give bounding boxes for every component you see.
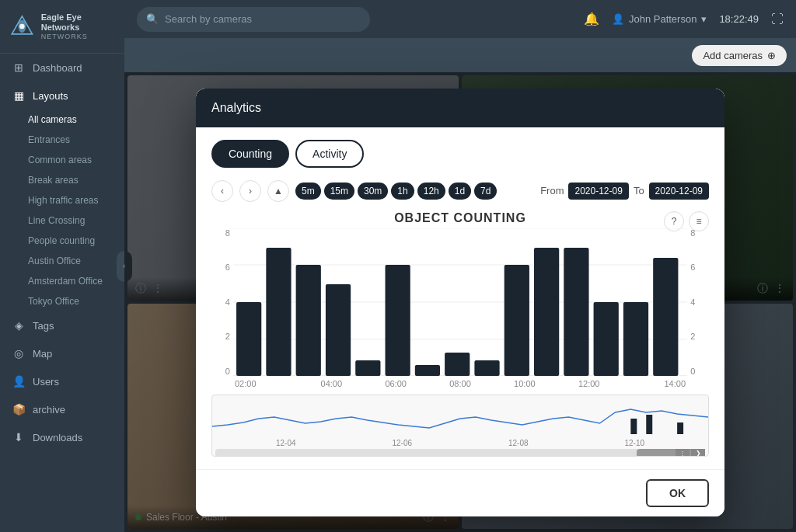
- svg-rect-25: [677, 422, 683, 434]
- timeline-area: 12-04 12-06 12-08 12-10 ⋮ ❯: [211, 395, 709, 457]
- time-filter-5m[interactable]: 5m: [295, 183, 321, 200]
- svg-rect-16: [474, 360, 499, 376]
- timeline-svg: [212, 395, 708, 436]
- sidebar-item-archive[interactable]: 📦 archive: [0, 395, 124, 423]
- search-icon: 🔍: [146, 13, 159, 25]
- timeline-nav-next[interactable]: ❯: [691, 449, 705, 457]
- sidebar-subitem-people-counting[interactable]: People counting: [0, 231, 124, 251]
- modal-title: Analytics: [211, 101, 261, 114]
- time-filter-7d[interactable]: 7d: [474, 183, 497, 200]
- svg-rect-14: [415, 365, 440, 376]
- logo-text-block: Eagle Eye Networks NETWORKS: [41, 12, 115, 40]
- chart-triangle-button[interactable]: ▲: [267, 180, 289, 202]
- user-info[interactable]: 👤 John Patterson ▾: [612, 13, 707, 25]
- sidebar-item-downloads[interactable]: ⬇ Downloads: [0, 423, 124, 451]
- eagle-eye-logo-icon: [9, 12, 35, 40]
- sidebar-item-tags[interactable]: ◈ Tags: [0, 311, 124, 339]
- sidebar-subitem-amsterdam-office[interactable]: Amsterdam Office: [0, 271, 124, 291]
- time-filter-1h[interactable]: 1h: [391, 183, 414, 200]
- date-to-label: To: [634, 185, 644, 196]
- bar-chart: 8 6 4 2 0: [211, 228, 709, 376]
- y-axis-right: 8 6 4 2 0: [687, 228, 709, 376]
- svg-rect-10: [295, 265, 320, 376]
- tab-activity[interactable]: Activity: [295, 140, 364, 168]
- svg-rect-13: [385, 265, 410, 376]
- svg-rect-15: [445, 353, 470, 376]
- modal-overlay: Analytics Counting Activity ‹ › ▲: [124, 72, 796, 532]
- sidebar-subitem-entrances[interactable]: Entrances: [0, 130, 124, 150]
- topbar-right: 🔔 👤 John Patterson ▾ 18:22:49 ⛶: [584, 12, 784, 26]
- top-controls: Add cameras ⊕: [124, 39, 796, 72]
- svg-rect-9: [266, 248, 291, 376]
- sidebar-item-label: Dashboard: [33, 62, 82, 74]
- main-content: 🔍 Search by cameras 🔔 👤 John Patterson ▾…: [124, 0, 796, 532]
- logo-title: Eagle Eye Networks: [41, 12, 115, 33]
- chart-title: OBJECT COUNTING: [394, 211, 526, 225]
- sidebar-item-label: Users: [33, 376, 59, 388]
- svg-rect-17: [504, 265, 529, 376]
- sidebar-subitem-high-traffic[interactable]: High traffic areas: [0, 190, 124, 210]
- sidebar-subitem-tokyo-office[interactable]: Tokyo Office: [0, 291, 124, 311]
- search-bar[interactable]: 🔍 Search by cameras: [137, 7, 370, 32]
- modal-body: Counting Activity ‹ › ▲ 5m 15m 30m 1h: [196, 127, 724, 469]
- add-cameras-label: Add cameras: [703, 50, 763, 61]
- y-axis-left: 8 6 4 2 0: [211, 228, 233, 376]
- sidebar-item-users[interactable]: 👤 Users: [0, 367, 124, 395]
- svg-rect-23: [630, 419, 637, 434]
- svg-point-2: [19, 24, 25, 30]
- layouts-icon: ▦: [12, 89, 25, 102]
- date-from-input[interactable]: 2020-12-09: [568, 183, 628, 200]
- archive-icon: 📦: [12, 403, 25, 416]
- timeline-nav-prev[interactable]: ⋮: [676, 449, 690, 457]
- svg-rect-22: [653, 258, 678, 376]
- analytics-tabs: Counting Activity: [211, 140, 709, 168]
- downloads-icon: ⬇: [12, 431, 25, 443]
- svg-rect-20: [593, 302, 618, 376]
- sub-nav: All cameras Entrances Common areas Break…: [0, 110, 124, 311]
- sidebar-item-label: Map: [33, 348, 52, 360]
- sidebar-subitem-line-crossing[interactable]: Line Crossing: [0, 210, 124, 231]
- chart-next-button[interactable]: ›: [239, 180, 261, 202]
- sidebar: Eagle Eye Networks NETWORKS ⊞ Dashboard …: [0, 0, 124, 532]
- sidebar-subitem-all-cameras[interactable]: All cameras: [0, 110, 124, 130]
- sidebar-subitem-austin-office[interactable]: Austin Office: [0, 251, 124, 271]
- user-icon: 👤: [612, 13, 624, 25]
- topbar: 🔍 Search by cameras 🔔 👤 John Patterson ▾…: [124, 0, 796, 39]
- sidebar-item-label: Tags: [33, 320, 54, 332]
- logo-subtitle: NETWORKS: [41, 33, 115, 40]
- date-range: From 2020-12-09 To 2020-12-09: [540, 183, 709, 200]
- add-cameras-button[interactable]: Add cameras ⊕: [692, 45, 787, 66]
- chevron-down-icon: ▾: [701, 13, 707, 25]
- time-filter-1d[interactable]: 1d: [449, 183, 471, 200]
- svg-rect-8: [236, 302, 261, 376]
- time-filter-group: 5m 15m 30m 1h 12h 1d 7d: [295, 183, 534, 200]
- time-display: 18:22:49: [719, 13, 759, 25]
- logo-area: Eagle Eye Networks NETWORKS: [0, 0, 124, 54]
- camera-grid: ⓘ ⋮ Amsterdam ⓘ ⋮: [124, 72, 796, 532]
- sidebar-item-layouts[interactable]: ▦ Layouts: [0, 82, 124, 110]
- x-axis-labels: 02:00 04:00 06:00 08:00 10:00 12:00 14:0…: [235, 379, 686, 388]
- sidebar-item-map[interactable]: ◎ Map: [0, 339, 124, 367]
- sidebar-item-label: Downloads: [33, 432, 82, 443]
- time-filter-15m[interactable]: 15m: [324, 183, 354, 200]
- sidebar-item-dashboard[interactable]: ⊞ Dashboard: [0, 54, 124, 82]
- users-icon: 👤: [12, 375, 25, 388]
- chart-prev-button[interactable]: ‹: [211, 180, 233, 202]
- sidebar-item-label: archive: [33, 404, 65, 416]
- fullscreen-icon[interactable]: ⛶: [771, 12, 784, 26]
- sidebar-subitem-break-areas[interactable]: Break areas: [0, 170, 124, 190]
- nav-section: ⊞ Dashboard ▦ Layouts All cameras Entran…: [0, 54, 124, 532]
- ok-button[interactable]: OK: [646, 479, 709, 507]
- time-filter-30m[interactable]: 30m: [358, 183, 388, 200]
- tab-counting[interactable]: Counting: [211, 140, 289, 168]
- time-filter-12h[interactable]: 12h: [417, 183, 445, 200]
- timeline-scrollbar[interactable]: ⋮ ❯: [215, 449, 705, 457]
- user-name: John Patterson: [629, 13, 696, 25]
- add-icon: ⊕: [767, 50, 776, 61]
- date-to-input[interactable]: 2020-12-09: [649, 183, 709, 200]
- timeline-labels: 12-04 12-06 12-08 12-10: [212, 439, 708, 447]
- date-from-label: From: [540, 185, 564, 196]
- sidebar-subitem-common-areas[interactable]: Common areas: [0, 150, 124, 170]
- notifications-bell-icon[interactable]: 🔔: [584, 12, 599, 26]
- svg-rect-24: [646, 415, 652, 434]
